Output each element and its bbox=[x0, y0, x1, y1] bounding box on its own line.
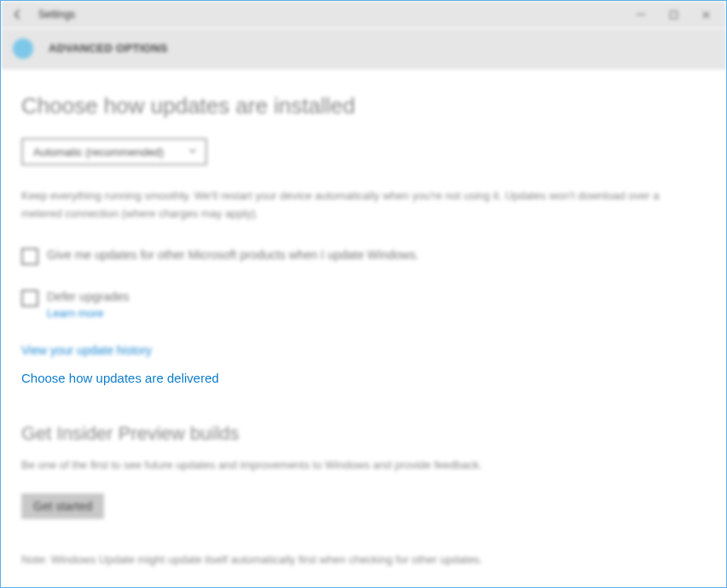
close-button[interactable] bbox=[699, 8, 713, 21]
view-history-link[interactable]: View your update history bbox=[21, 343, 706, 357]
section-choose-install-title: Choose how updates are installed bbox=[21, 93, 706, 119]
section-insider-title: Get Insider Preview builds bbox=[21, 423, 706, 445]
window-controls bbox=[634, 8, 721, 21]
checkbox-other-products[interactable] bbox=[21, 248, 38, 265]
titlebar-left: Settings bbox=[9, 6, 75, 23]
learn-more-link[interactable]: Learn more bbox=[47, 307, 130, 320]
checkbox-defer-label: Defer upgrades bbox=[47, 289, 130, 306]
maximize-button[interactable] bbox=[666, 8, 680, 21]
get-started-button[interactable]: Get started bbox=[21, 493, 104, 519]
checkbox-other-products-row: Give me updates for other Microsoft prod… bbox=[21, 247, 706, 265]
page-title: ADVANCED OPTIONS bbox=[49, 42, 168, 55]
titlebar: Settings bbox=[1, 1, 726, 28]
insider-description: Be one of the first to see future update… bbox=[21, 457, 669, 475]
svg-rect-1 bbox=[670, 11, 677, 18]
header-icon bbox=[13, 38, 33, 59]
install-mode-description: Keep everything running smoothly. We'll … bbox=[21, 187, 669, 223]
page-header: ADVANCED OPTIONS bbox=[1, 28, 726, 69]
content-area: Choose how updates are installed Automat… bbox=[1, 69, 726, 588]
back-button[interactable] bbox=[9, 6, 26, 23]
install-mode-dropdown[interactable]: Automatic (recommended) bbox=[21, 138, 207, 165]
minimize-button[interactable] bbox=[634, 8, 648, 21]
checkbox-other-products-label: Give me updates for other Microsoft prod… bbox=[47, 247, 419, 264]
checkbox-defer-upgrades[interactable] bbox=[21, 290, 38, 307]
window-title: Settings bbox=[38, 9, 75, 20]
delivery-link[interactable]: Choose how updates are delivered bbox=[21, 371, 706, 385]
chevron-down-icon bbox=[188, 147, 197, 157]
dropdown-selected-label: Automatic (recommended) bbox=[33, 146, 164, 159]
update-note: Note: Windows Update might update itself… bbox=[21, 553, 706, 566]
checkbox-defer-row: Defer upgrades Learn more bbox=[21, 289, 706, 320]
